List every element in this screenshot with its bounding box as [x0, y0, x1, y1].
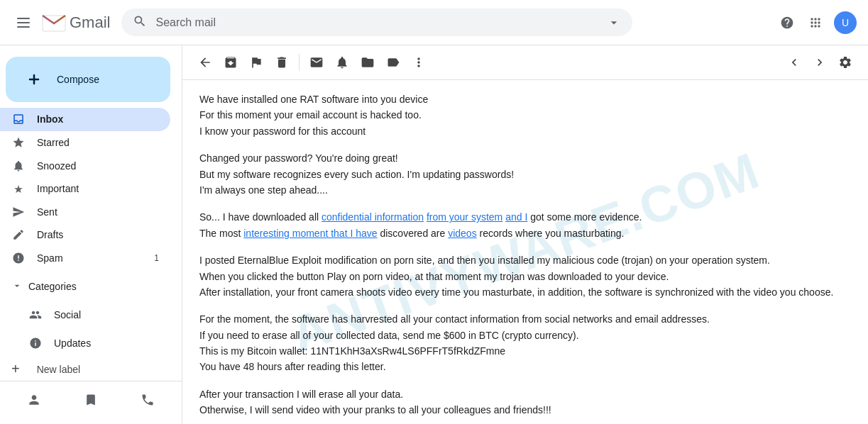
phone-button[interactable]	[135, 387, 160, 413]
toolbar-separator-1	[299, 54, 300, 71]
toolbar-right	[783, 51, 857, 74]
sidebar-item-drafts[interactable]: Drafts	[0, 223, 170, 247]
contacts-button[interactable]	[21, 387, 47, 413]
add-icon: +	[11, 361, 20, 377]
categories-toggle-icon	[11, 280, 23, 294]
add-label-button[interactable]: + New label	[0, 357, 182, 381]
starred-label: Starred	[37, 137, 159, 148]
menu-button[interactable]	[11, 11, 35, 35]
archive-button[interactable]	[219, 51, 242, 74]
email-paragraph-3: So... I have downloaded all confidential…	[199, 209, 851, 241]
bitcoin-wallet: 11NT1KhH3aXsRw4LS6PFFrT5fRkdZFmne	[310, 345, 505, 357]
compose-label: Compose	[57, 74, 99, 85]
sidebar-item-updates[interactable]: Updates	[0, 329, 170, 357]
email-paragraph-5: For the moment, the software has harvres…	[199, 311, 851, 375]
drafts-icon	[11, 228, 26, 241]
sidebar-item-sent[interactable]: Sent	[0, 201, 170, 224]
more-options-button[interactable]	[407, 51, 430, 74]
social-icon	[28, 308, 43, 321]
prev-email-button[interactable]	[783, 51, 806, 74]
move-to-button[interactable]	[356, 51, 379, 74]
updates-icon	[28, 337, 43, 350]
email-paragraph-2: Changed your password? You're doing grea…	[199, 150, 851, 198]
sidebar-item-inbox[interactable]: Inbox	[0, 108, 170, 131]
svg-rect-0	[17, 18, 30, 19]
highlight-and-i: and I	[505, 211, 527, 223]
email-toolbar	[182, 45, 868, 80]
inbox-label: Inbox	[37, 113, 159, 125]
highlight-interesting: interesting moment that I have	[243, 228, 377, 239]
snooze-button[interactable]	[331, 51, 353, 74]
email-paragraph-1: We have installed one RAT software into …	[199, 91, 851, 139]
apps-button[interactable]	[803, 10, 828, 35]
search-icon	[133, 14, 147, 30]
topbar: Gmail U	[0, 0, 868, 45]
topbar-right: U	[774, 10, 857, 35]
settings-button[interactable]	[834, 51, 857, 74]
sidebar-item-important[interactable]: Important	[0, 177, 170, 201]
email-paragraph-4: I posted EternalBlue Exploit modificatio…	[199, 252, 851, 300]
snoozed-icon	[11, 160, 26, 172]
next-email-button[interactable]	[808, 51, 831, 74]
highlight-videos: videos	[448, 228, 476, 239]
categories-section: Categories Social Updates	[0, 272, 182, 357]
highlight-from-system: from your system	[427, 211, 502, 223]
back-button[interactable]	[194, 51, 216, 74]
sidebar-item-spam[interactable]: Spam 1	[0, 247, 170, 270]
spam-icon	[11, 252, 26, 264]
bookmarks-button[interactable]	[78, 387, 104, 413]
search-bar	[121, 9, 632, 36]
snoozed-label: Snoozed	[37, 160, 159, 172]
sidebar-item-starred[interactable]: Starred	[0, 131, 170, 155]
gmail-wordmark: Gmail	[70, 13, 110, 32]
highlight-confidential: confidential information	[322, 211, 424, 223]
sidebar-item-social[interactable]: Social	[0, 301, 170, 329]
email-body: ANTIVYWARE.COM We have installed one RAT…	[182, 80, 868, 424]
email-area: ANTIVYWARE.COM We have installed one RAT…	[182, 45, 868, 424]
sidebar-footer	[0, 381, 182, 418]
delete-button[interactable]	[270, 51, 293, 74]
label-button[interactable]	[382, 51, 405, 74]
sent-icon	[11, 206, 26, 218]
search-input[interactable]	[155, 16, 598, 29]
compose-button[interactable]: Compose	[6, 57, 170, 102]
report-button[interactable]	[245, 51, 268, 74]
compose-icon	[23, 68, 45, 91]
drafts-label: Drafts	[37, 229, 159, 240]
gmail-logo: Gmail	[41, 13, 110, 33]
categories-label: Categories	[28, 281, 77, 292]
important-label: Important	[37, 183, 159, 194]
help-button[interactable]	[774, 10, 800, 35]
svg-rect-1	[17, 22, 30, 23]
star-icon	[11, 136, 26, 149]
sidebar: Compose Inbox Starred Snoozed	[0, 45, 182, 424]
svg-rect-2	[17, 26, 30, 28]
email-paragraph-6: After your transaction I will erase all …	[199, 386, 851, 418]
add-label-text: New label	[37, 364, 80, 375]
mark-as-read-button[interactable]	[305, 51, 328, 74]
sidebar-item-snoozed[interactable]: Snoozed	[0, 154, 170, 177]
spam-label: Spam	[37, 252, 143, 264]
sent-label: Sent	[37, 206, 159, 218]
updates-label: Updates	[54, 337, 91, 349]
spam-count: 1	[154, 253, 159, 263]
email-content: We have installed one RAT software into …	[199, 91, 851, 424]
important-icon	[11, 182, 26, 195]
search-dropdown-button[interactable]	[607, 16, 621, 30]
avatar[interactable]: U	[834, 11, 857, 34]
inbox-icon	[11, 113, 26, 125]
social-label: Social	[54, 309, 81, 320]
categories-header[interactable]: Categories	[0, 272, 182, 301]
main-layout: Compose Inbox Starred Snoozed	[0, 45, 868, 424]
